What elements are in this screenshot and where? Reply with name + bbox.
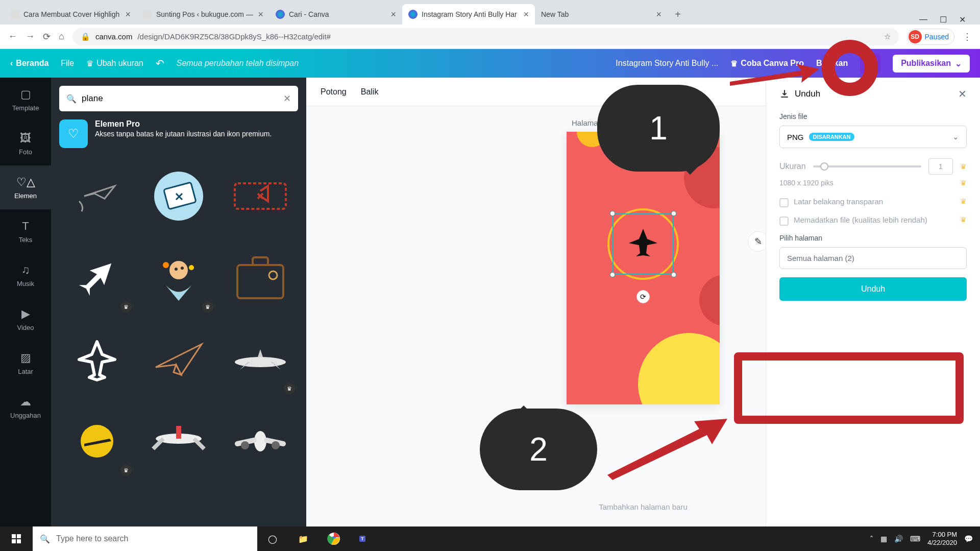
kebab-menu-icon[interactable]: ⋮ <box>963 31 972 42</box>
resize-handle[interactable] <box>609 272 616 278</box>
pro-promo-card[interactable]: ♡ Elemen Pro Akses tanpa batas ke jutaan… <box>59 119 298 148</box>
search-box[interactable]: 🔍 ✕ <box>59 86 298 111</box>
close-window-icon[interactable]: ✕ <box>959 15 966 25</box>
element-airplane-outline[interactable] <box>59 322 135 397</box>
clear-icon[interactable]: ✕ <box>283 93 291 104</box>
resize-menu[interactable]: ♛Ubah ukuran <box>86 59 143 68</box>
flip-button[interactable]: Balik <box>361 87 379 97</box>
airplane-icon <box>623 224 664 265</box>
rail-background[interactable]: ▨Latar <box>0 341 51 385</box>
size-slider[interactable] <box>813 165 921 167</box>
profile-status: Paused <box>925 33 949 41</box>
rail-template[interactable]: ▢Template <box>0 78 51 122</box>
rail-text[interactable]: TTeks <box>0 209 51 253</box>
element-jet-side[interactable]: ♛ <box>223 322 298 397</box>
element-paper-plane-dashed[interactable] <box>59 158 135 234</box>
reload-icon[interactable]: ⟳ <box>43 31 51 42</box>
taskbar-search[interactable]: 🔍Type here to search <box>33 526 257 551</box>
transparent-checkbox[interactable] <box>779 198 789 207</box>
resize-handle[interactable] <box>671 210 677 217</box>
page-select[interactable]: Semua halaman (2) <box>779 247 967 269</box>
rail-music[interactable]: ♫Musik <box>0 253 51 297</box>
url-bar[interactable]: 🔒 canva.com/design/DAD6K9RZ5C8/38GDpk8yS… <box>72 28 899 45</box>
browser-tab-active[interactable]: Instagram Story Anti Bully Har× <box>402 4 535 25</box>
bookmark-icon[interactable]: ☆ <box>884 32 891 41</box>
file-type-value: PNG <box>787 133 804 141</box>
network-icon[interactable]: ▦ <box>880 535 887 543</box>
rail-uploads[interactable]: ☁Unggahan <box>0 385 51 429</box>
svg-text:T: T <box>361 536 364 541</box>
nav-buttons: ← → ⟳ ⌂ <box>8 31 64 42</box>
file-menu[interactable]: File <box>61 59 74 68</box>
notifications-icon[interactable]: 💬 <box>964 535 973 543</box>
element-ticket-cancelled[interactable] <box>223 158 298 234</box>
tab-title: New Tab <box>541 10 652 18</box>
edit-image-button[interactable]: ✎ <box>748 231 768 252</box>
publish-button[interactable]: Publikasikan⌄ <box>893 55 970 73</box>
minimize-icon[interactable]: — <box>919 15 927 25</box>
document-title[interactable]: Instagram Story Anti Bully ... <box>616 59 718 68</box>
selected-element[interactable] <box>607 208 679 280</box>
svg-rect-21 <box>17 539 21 543</box>
file-explorer-app[interactable]: 📁 <box>288 526 318 551</box>
volume-icon[interactable]: 🔊 <box>894 535 903 543</box>
search-input[interactable] <box>82 93 278 104</box>
task-view-button[interactable]: ◯ <box>257 526 288 551</box>
close-icon[interactable]: ✕ <box>958 88 967 100</box>
system-tray: ˄ ▦ 🔊 ⌨ 7:00 PM4/22/2020 💬 <box>863 531 980 546</box>
pro-heart-icon: ♡ <box>59 119 88 148</box>
close-icon[interactable]: × <box>523 9 529 20</box>
profile-badge[interactable]: SD Paused <box>907 29 954 45</box>
file-type-select[interactable]: PNG DISARANKAN ⌄ <box>779 126 967 148</box>
favicon <box>276 10 285 19</box>
element-airliner-top[interactable] <box>141 403 216 479</box>
annotation-arrow <box>597 414 730 480</box>
browser-tab[interactable]: New Tab× <box>535 4 668 25</box>
close-icon[interactable]: × <box>390 9 396 20</box>
back-icon[interactable]: ← <box>8 31 17 42</box>
tray-expand-icon[interactable]: ˄ <box>870 535 873 543</box>
home-menu[interactable]: ‹Beranda <box>10 59 48 68</box>
undo-button[interactable]: ↶ <box>156 57 164 69</box>
maximize-icon[interactable]: ☐ <box>940 15 947 25</box>
download-action-button[interactable]: Unduh <box>779 277 967 301</box>
element-airplane-white[interactable]: ♛ <box>59 240 135 316</box>
element-plane-sunset[interactable]: ♛ <box>59 403 135 479</box>
tab-title: Cari - Canva <box>289 10 386 18</box>
start-button[interactable] <box>0 526 33 551</box>
add-page-button[interactable]: Tambahkan halaman baru <box>599 502 687 511</box>
chrome-app[interactable] <box>318 526 349 551</box>
rotate-handle[interactable]: ⟳ <box>636 290 650 303</box>
rail-video[interactable]: ▶Video <box>0 297 51 341</box>
shape-circle <box>699 275 720 326</box>
browser-tab[interactable]: Cara Membuat Cover Highligh× <box>4 4 137 25</box>
element-tickets[interactable] <box>141 158 216 234</box>
close-icon[interactable]: × <box>656 9 662 20</box>
size-input[interactable] <box>928 158 953 175</box>
compress-checkbox[interactable] <box>779 217 789 226</box>
browser-tab[interactable]: Cari - Canva× <box>270 4 402 25</box>
close-icon[interactable]: × <box>258 9 263 20</box>
element-paper-plane-orange[interactable] <box>141 322 216 397</box>
search-placeholder: Type here to search <box>56 534 128 543</box>
element-kid-pilot[interactable]: ♛ <box>141 240 216 316</box>
close-icon[interactable]: × <box>125 9 131 20</box>
windows-icon <box>12 534 21 543</box>
slider-thumb[interactable] <box>820 162 828 171</box>
new-tab-button[interactable]: + <box>670 6 686 22</box>
rail-elements[interactable]: ♡△Elemen <box>0 165 51 209</box>
forward-icon[interactable]: → <box>26 31 35 42</box>
crop-button[interactable]: Potong <box>321 87 347 97</box>
browser-tab[interactable]: Sunting Pos ‹ bukugue.com —× <box>137 4 270 25</box>
element-suitcase[interactable] <box>223 240 298 316</box>
clock[interactable]: 7:00 PM4/22/2020 <box>927 531 957 546</box>
home-icon[interactable]: ⌂ <box>59 31 64 42</box>
element-airliner-front[interactable] <box>223 403 298 479</box>
rail-photo[interactable]: 🖼Foto <box>0 122 51 165</box>
resize-handle[interactable] <box>609 210 616 217</box>
teams-app[interactable]: T <box>349 526 380 551</box>
resize-handle[interactable] <box>671 272 677 278</box>
premium-badge-icon: ♛ <box>284 383 295 394</box>
keyboard-icon[interactable]: ⌨ <box>910 535 920 543</box>
crown-icon: ♛ <box>960 197 967 205</box>
